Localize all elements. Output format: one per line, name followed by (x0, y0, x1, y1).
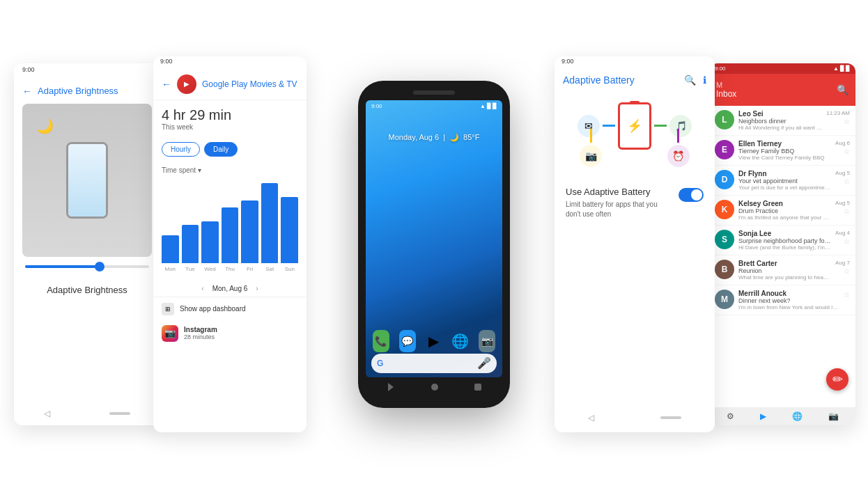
gmail-content-1: Ellen Tierney Tierney Family BBQ View th… (738, 140, 831, 161)
gmail-item-4[interactable]: S Sonja Lee Surprise neighborhood party … (709, 226, 855, 255)
sender-1: Ellen Tierney (738, 140, 831, 148)
brightness-time: 9:00 (22, 66, 35, 73)
battery-search-icon[interactable]: 🔍 (684, 74, 696, 86)
tab-hourly[interactable]: Hourly (162, 142, 200, 157)
bar-sat (261, 183, 279, 263)
preview-6: I'm in town from New York and would love… (738, 304, 839, 310)
phone-status-bar: 9:00 ▲ ▉ ▉ (366, 100, 502, 112)
star-3[interactable]: ☆ (844, 207, 850, 215)
star-0[interactable]: ☆ (844, 118, 850, 125)
gmail-content-2: Dr Flynn Your vet appointment Your pet i… (738, 170, 831, 191)
movies-time: 9:00 (160, 58, 173, 65)
phone-recents-btn[interactable] (474, 384, 481, 391)
app-name: Instagram (184, 326, 217, 333)
time-3: Aug 5 (835, 200, 850, 206)
star-5[interactable]: ☆ (844, 267, 850, 275)
nav-home-bar[interactable] (109, 412, 130, 415)
next-day-icon[interactable]: › (256, 285, 258, 292)
brightness-slider-container[interactable] (14, 257, 160, 276)
battery-tip (630, 101, 640, 104)
back-arrow-icon[interactable]: ← (22, 86, 32, 97)
date-separator: | (443, 133, 445, 141)
phone-bottom-bar: G 🎤 (366, 349, 502, 377)
dashboard-label: Show app dashboard (180, 305, 246, 313)
day-navigator: ‹ Mon, Aug 6 › (153, 281, 307, 297)
bar-wed (201, 221, 219, 263)
phone-status-icons: ▲ ▉ ▉ (480, 103, 497, 109)
star-2[interactable]: ☆ (844, 178, 850, 185)
dashboard-row[interactable]: ⊞ Show app dashboard (153, 297, 307, 321)
time-display: 4 hr 29 min This week (153, 100, 307, 138)
avatar-merrill: M (715, 290, 734, 309)
avatar-leo: L (715, 110, 734, 129)
gmail-item-2[interactable]: D Dr Flynn Your vet appointment Your pet… (709, 166, 855, 196)
battery-diagram: ✉ ⚡ 🎵 📷 ⏰ (555, 91, 715, 173)
gmail-play-icon[interactable]: ▶ (760, 411, 766, 421)
gmail-list: L Leo Sei Neighbors dinner Hi All Wonder… (709, 106, 855, 315)
adaptive-battery-toggle[interactable] (679, 188, 704, 202)
battery-main-icon: ⚡ (618, 102, 651, 150)
meta-0: 11:23 AM ☆ (826, 110, 850, 125)
subject-0: Neighbors dinner (738, 118, 822, 125)
google-g-logo: G (377, 359, 383, 368)
prev-day-icon[interactable]: ‹ (201, 285, 203, 292)
preview-3: I'm as thrilled as anyone that your kid … (738, 214, 831, 221)
phone-search-bar[interactable]: G 🎤 (371, 354, 497, 373)
time-4: Aug 4 (835, 230, 850, 236)
battery-info-icon[interactable]: ℹ (703, 74, 706, 86)
period-label: This week (162, 123, 298, 131)
phone-nav-bar (366, 381, 502, 393)
play-movies-icon: ▶ (177, 74, 196, 94)
gmail-settings-icon[interactable]: ⚙ (727, 411, 734, 421)
gmail-item-3[interactable]: K Kelsey Green Drum Practice I'm as thri… (709, 196, 855, 226)
dashboard-icon: ⊞ (162, 303, 174, 315)
gmail-item-1[interactable]: E Ellen Tierney Tierney Family BBQ View … (709, 136, 855, 166)
phone-date: Monday, Aug 6 | 🌙 85°F (389, 133, 480, 142)
gmail-chrome-icon[interactable]: 🌐 (792, 411, 803, 421)
brightness-bottom-nav: ◁ (14, 409, 160, 418)
connector-bottom-right (677, 129, 679, 143)
star-4[interactable]: ☆ (844, 237, 850, 245)
battery-bottom-nav: ◁ (555, 413, 715, 423)
star-6[interactable]: ☆ (844, 291, 850, 299)
time-1: Aug 6 (835, 140, 850, 146)
gmail-item-0[interactable]: L Leo Sei Neighbors dinner Hi All Wonder… (709, 106, 855, 136)
gmail-item-5[interactable]: B Brett Carter Reunion What time are you… (709, 255, 855, 285)
clock-app-circle: ⏰ (667, 145, 690, 167)
gmail-bottom-nav: ⚙ ▶ 🌐 📷 (709, 407, 855, 425)
time-spent-label[interactable]: Time spent ▾ (162, 166, 298, 174)
bar-chart (162, 180, 298, 263)
phone-home-btn[interactable] (431, 384, 438, 391)
compose-fab-button[interactable]: ✏ (826, 368, 848, 391)
star-1[interactable]: ☆ (844, 148, 850, 155)
brightness-label: Adaptive Brightness (14, 276, 160, 304)
gmail-content-3: Kelsey Green Drum Practice I'm as thrill… (738, 200, 831, 221)
nav-back-icon[interactable]: ◁ (44, 409, 50, 418)
meta-5: Aug 7 ☆ (835, 260, 850, 275)
adaptive-toggle-row: Use Adaptive Battery Limit battery for a… (566, 187, 704, 219)
battery-home-bar[interactable] (660, 416, 681, 419)
gmail-camera-bottom-icon[interactable]: 📷 (828, 411, 839, 421)
duration-display: 4 hr 29 min (162, 107, 298, 123)
bar-fri (241, 200, 258, 263)
instagram-icon: 📷 (162, 325, 178, 342)
movies-back-icon[interactable]: ← (162, 79, 171, 90)
meta-2: Aug 5 ☆ (835, 170, 850, 185)
slider-track[interactable] (25, 265, 149, 268)
adaptive-battery-toggle-sub: Limit battery for apps that you don't us… (566, 200, 672, 219)
gmail-header: M Inbox 🔍 (709, 74, 855, 106)
battery-back-icon[interactable]: ◁ (588, 413, 594, 423)
connector-right-1 (654, 125, 667, 127)
phone-back-btn[interactable] (388, 383, 394, 391)
sender-3: Kelsey Green (738, 200, 831, 207)
slider-thumb[interactable] (95, 262, 104, 271)
chart-section: Time spent ▾ Mon Tue Wed Thu Fri Sat Sun (153, 161, 307, 281)
label-sun: Sun (281, 266, 298, 272)
gmail-search-icon[interactable]: 🔍 (837, 84, 848, 95)
phone-time: 9:00 (371, 103, 382, 109)
tab-daily[interactable]: Daily (204, 142, 238, 157)
bar-thu (222, 207, 239, 263)
phone-screen[interactable]: 9:00 ▲ ▉ ▉ Monday, Aug 6 | 🌙 85°F 📞 (366, 100, 502, 377)
gmail-item-6[interactable]: M Merrill Anouck Dinner next week? I'm i… (709, 285, 855, 315)
label-sat: Sat (261, 266, 279, 272)
